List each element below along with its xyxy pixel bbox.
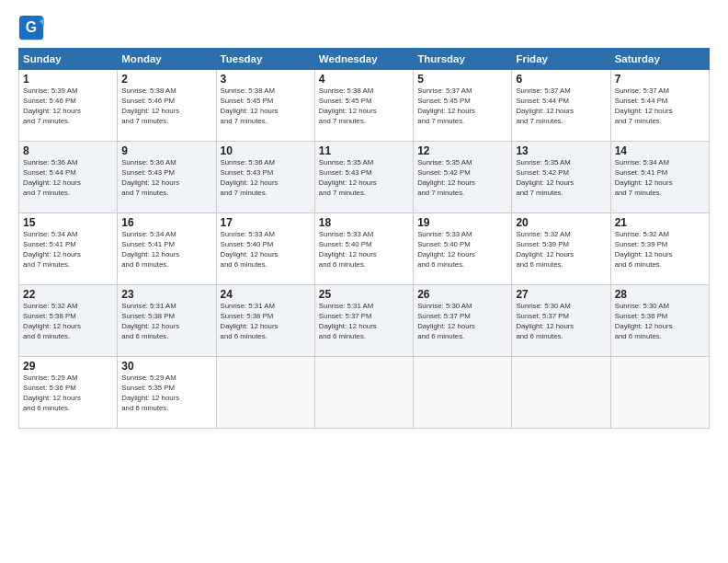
sunset-text: Sunset: 5:35 PM [121, 384, 211, 394]
weekday-monday: Monday [118, 49, 216, 70]
sunset-text: Sunset: 5:41 PM [615, 168, 705, 178]
day-info: Sunrise: 5:29 AMSunset: 5:36 PMDaylight:… [23, 373, 113, 414]
weekday-thursday: Thursday [414, 49, 512, 70]
daylight-line2: and 7 minutes. [319, 117, 409, 127]
sunset-text: Sunset: 5:44 PM [23, 168, 113, 178]
day-info: Sunrise: 5:36 AMSunset: 5:44 PMDaylight:… [23, 158, 113, 199]
day-info: Sunrise: 5:38 AMSunset: 5:45 PMDaylight:… [221, 86, 311, 127]
day-number: 6 [516, 73, 606, 86]
daylight-line1: Daylight: 12 hours [221, 250, 311, 260]
week-row-4: 22Sunrise: 5:32 AMSunset: 5:38 PMDayligh… [19, 285, 710, 357]
daylight-line1: Daylight: 12 hours [417, 178, 507, 189]
sunrise-text: Sunrise: 5:34 AM [615, 158, 705, 168]
sunrise-text: Sunrise: 5:37 AM [516, 86, 606, 97]
daylight-line1: Daylight: 12 hours [516, 322, 606, 332]
sunrise-text: Sunrise: 5:36 AM [221, 158, 311, 168]
sunrise-text: Sunrise: 5:32 AM [516, 230, 606, 240]
sunrise-text: Sunrise: 5:32 AM [615, 230, 705, 240]
day-cell: 21Sunrise: 5:32 AMSunset: 5:39 PMDayligh… [610, 213, 709, 285]
day-number: 15 [23, 216, 113, 229]
day-cell: 4Sunrise: 5:38 AMSunset: 5:45 PMDaylight… [314, 70, 413, 142]
day-cell: 16Sunrise: 5:34 AMSunset: 5:41 PMDayligh… [118, 213, 216, 285]
daylight-line1: Daylight: 12 hours [516, 250, 606, 260]
sunset-text: Sunset: 5:37 PM [417, 312, 507, 322]
logo: G [18, 15, 46, 40]
sunrise-text: Sunrise: 5:38 AM [319, 86, 409, 97]
daylight-line2: and 6 minutes. [23, 404, 113, 414]
sunrise-text: Sunrise: 5:33 AM [417, 230, 507, 240]
daylight-line2: and 6 minutes. [121, 260, 211, 270]
day-info: Sunrise: 5:31 AMSunset: 5:38 PMDaylight:… [121, 302, 211, 342]
day-number: 13 [516, 144, 606, 157]
day-number: 27 [516, 288, 606, 301]
daylight-line2: and 7 minutes. [221, 117, 311, 127]
daylight-line2: and 6 minutes. [221, 260, 311, 270]
daylight-line1: Daylight: 12 hours [615, 322, 705, 332]
sunrise-text: Sunrise: 5:35 AM [319, 158, 409, 168]
day-info: Sunrise: 5:32 AMSunset: 5:39 PMDaylight:… [615, 230, 705, 270]
day-number: 16 [121, 216, 211, 229]
day-info: Sunrise: 5:38 AMSunset: 5:45 PMDaylight:… [319, 86, 409, 127]
daylight-line1: Daylight: 12 hours [23, 250, 113, 260]
daylight-line2: and 7 minutes. [121, 117, 211, 127]
day-number: 14 [615, 144, 705, 157]
day-number: 10 [221, 144, 311, 157]
daylight-line1: Daylight: 12 hours [121, 394, 211, 404]
sunrise-text: Sunrise: 5:29 AM [121, 373, 211, 384]
day-number: 7 [615, 73, 705, 86]
daylight-line1: Daylight: 12 hours [319, 250, 409, 260]
calendar-table: SundayMondayTuesdayWednesdayThursdayFrid… [18, 48, 710, 429]
sunset-text: Sunset: 5:45 PM [417, 97, 507, 107]
day-cell: 8Sunrise: 5:36 AMSunset: 5:44 PMDaylight… [19, 142, 118, 213]
weekday-header-row: SundayMondayTuesdayWednesdayThursdayFrid… [19, 49, 710, 70]
sunrise-text: Sunrise: 5:30 AM [417, 302, 507, 312]
sunrise-text: Sunrise: 5:32 AM [23, 302, 113, 312]
daylight-line2: and 6 minutes. [121, 332, 211, 342]
day-number: 28 [615, 288, 705, 301]
day-cell: 19Sunrise: 5:33 AMSunset: 5:40 PMDayligh… [414, 213, 512, 285]
day-info: Sunrise: 5:34 AMSunset: 5:41 PMDaylight:… [23, 230, 113, 270]
day-number: 12 [417, 144, 507, 157]
day-number: 26 [417, 288, 507, 301]
day-info: Sunrise: 5:39 AMSunset: 5:46 PMDaylight:… [23, 86, 113, 127]
logo-icon: G [18, 15, 44, 40]
day-cell [610, 357, 709, 429]
sunrise-text: Sunrise: 5:37 AM [417, 86, 507, 97]
daylight-line2: and 6 minutes. [417, 332, 507, 342]
day-number: 20 [516, 216, 606, 229]
day-info: Sunrise: 5:33 AMSunset: 5:40 PMDaylight:… [319, 230, 409, 270]
day-info: Sunrise: 5:33 AMSunset: 5:40 PMDaylight:… [417, 230, 507, 270]
daylight-line1: Daylight: 12 hours [615, 178, 705, 189]
daylight-line2: and 7 minutes. [23, 189, 113, 199]
sunset-text: Sunset: 5:39 PM [516, 240, 606, 250]
daylight-line2: and 6 minutes. [319, 332, 409, 342]
daylight-line1: Daylight: 12 hours [23, 322, 113, 332]
sunrise-text: Sunrise: 5:38 AM [221, 86, 311, 97]
day-number: 29 [23, 360, 113, 373]
day-info: Sunrise: 5:36 AMSunset: 5:43 PMDaylight:… [121, 158, 211, 199]
day-number: 30 [121, 360, 211, 373]
sunset-text: Sunset: 5:41 PM [23, 240, 113, 250]
daylight-line1: Daylight: 12 hours [417, 322, 507, 332]
daylight-line2: and 7 minutes. [121, 189, 211, 199]
daylight-line1: Daylight: 12 hours [121, 107, 211, 117]
sunset-text: Sunset: 5:43 PM [121, 168, 211, 178]
day-info: Sunrise: 5:30 AMSunset: 5:36 PMDaylight:… [615, 302, 705, 342]
sunrise-text: Sunrise: 5:30 AM [516, 302, 606, 312]
daylight-line1: Daylight: 12 hours [615, 107, 705, 117]
sunset-text: Sunset: 5:37 PM [319, 312, 409, 322]
day-cell: 1Sunrise: 5:39 AMSunset: 5:46 PMDaylight… [19, 70, 118, 142]
weekday-friday: Friday [512, 49, 610, 70]
daylight-line2: and 7 minutes. [23, 260, 113, 270]
daylight-line2: and 7 minutes. [615, 117, 705, 127]
day-info: Sunrise: 5:35 AMSunset: 5:43 PMDaylight:… [319, 158, 409, 199]
sunset-text: Sunset: 5:42 PM [417, 168, 507, 178]
sunrise-text: Sunrise: 5:30 AM [615, 302, 705, 312]
day-info: Sunrise: 5:30 AMSunset: 5:37 PMDaylight:… [417, 302, 507, 342]
daylight-line2: and 7 minutes. [23, 117, 113, 127]
day-number: 24 [221, 288, 311, 301]
sunset-text: Sunset: 5:38 PM [121, 312, 211, 322]
sunset-text: Sunset: 5:46 PM [23, 97, 113, 107]
sunset-text: Sunset: 5:37 PM [516, 312, 606, 322]
sunset-text: Sunset: 5:36 PM [23, 384, 113, 394]
